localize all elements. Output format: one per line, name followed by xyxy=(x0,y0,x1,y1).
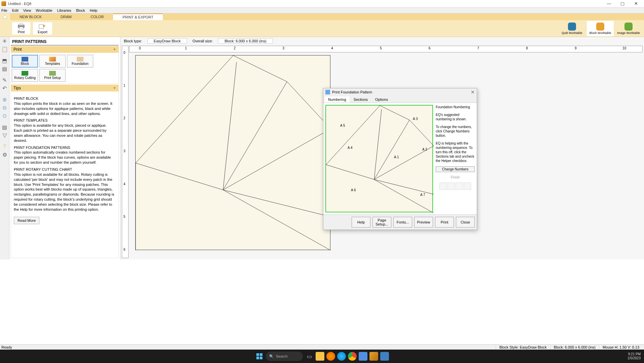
chrome-icon[interactable] xyxy=(348,352,357,361)
tips-section-header[interactable]: Tips ▼ xyxy=(11,85,119,91)
svg-line-10 xyxy=(223,129,331,190)
add-strip-icon[interactable]: ▤ xyxy=(1,65,8,72)
ruler-icon[interactable]: ▤ xyxy=(1,124,8,130)
dialog-print-button[interactable]: Print xyxy=(435,217,454,228)
home-tab[interactable] xyxy=(0,13,10,20)
minimize-button[interactable]: — xyxy=(602,0,616,7)
eq8-icon[interactable] xyxy=(369,352,378,361)
status-style: Block Style: EasyDraw Block xyxy=(496,345,550,349)
ribbon-print-button[interactable]: Print xyxy=(12,22,30,35)
add-layer-icon[interactable]: ⬒ xyxy=(1,57,8,64)
zoom-out-icon[interactable] xyxy=(448,183,455,190)
apps-icon[interactable] xyxy=(359,352,367,361)
tab-draw[interactable]: DRAW xyxy=(51,13,81,20)
tip-text: This option is not available for all blo… xyxy=(14,172,116,212)
pencil-icon[interactable]: ✎ xyxy=(1,77,8,83)
help-icon[interactable]: ? xyxy=(1,143,8,150)
ribbon-export-button[interactable]: Export xyxy=(33,22,52,35)
menu-bar: File Edit View Worktable Libraries Block… xyxy=(0,7,644,13)
window-title: Untitled - EQ8 xyxy=(8,2,602,6)
maximize-button[interactable]: ▢ xyxy=(616,0,629,7)
svg-line-4 xyxy=(136,55,233,163)
print-setup-button[interactable]: Print Setup xyxy=(39,69,66,82)
dialog-tabs: Numbering Sections Options xyxy=(323,96,477,103)
status-mouse: Mouse H: 1.50 V: 0.13 xyxy=(599,345,643,349)
zoom-in-icon[interactable] xyxy=(439,183,447,190)
dialog-tab-numbering[interactable]: Numbering xyxy=(325,96,350,103)
svg-rect-25 xyxy=(256,357,259,359)
undo-icon[interactable]: ↶ xyxy=(1,85,8,91)
print-rotary-button[interactable]: Rotary Cutting xyxy=(12,69,38,82)
dialog-close-button[interactable]: Close xyxy=(456,217,475,228)
block-type-label: Block type: xyxy=(124,39,142,43)
block-type-value[interactable]: EasyDraw Block xyxy=(147,38,187,44)
menu-view[interactable]: View xyxy=(23,8,31,12)
taskbar-clock[interactable]: 9:21 PM 1/5/2023 xyxy=(628,352,641,360)
measure-icon[interactable]: ▽ xyxy=(1,132,8,138)
rotary-icon xyxy=(22,71,28,76)
dialog-tab-sections[interactable]: Sections xyxy=(350,96,371,103)
dialog-footer: Help Page Setup... Fonts... Preview Prin… xyxy=(323,214,477,230)
svg-line-14 xyxy=(326,106,380,165)
print-section-header[interactable]: Print ▼ xyxy=(11,46,119,53)
change-numbers-button[interactable]: Change Numbers xyxy=(436,166,475,172)
app-icon[interactable] xyxy=(380,352,389,361)
image-worktable-button[interactable]: Image Worktable xyxy=(615,21,642,36)
dialog-close-button[interactable]: ✕ xyxy=(471,89,475,95)
dialog-preview[interactable]: A 1 A 2 A 3 A 4 A 5 A 6 A 7 xyxy=(325,105,433,212)
start-button[interactable] xyxy=(255,352,264,361)
task-view-icon[interactable]: ▭ xyxy=(305,352,314,361)
tab-color[interactable]: COLOR xyxy=(81,13,113,20)
dialog-tab-options[interactable]: Options xyxy=(372,96,391,103)
segment-label: A 2 xyxy=(422,148,427,151)
gear-icon[interactable]: ⚙ xyxy=(1,151,8,158)
svg-line-21 xyxy=(374,179,434,194)
close-button[interactable]: ✕ xyxy=(629,0,643,7)
tab-print-export[interactable]: PRINT & EXPORT xyxy=(113,13,163,20)
segment-label: A 6 xyxy=(351,188,356,192)
menu-block[interactable]: Block xyxy=(76,8,85,12)
menu-file[interactable]: File xyxy=(1,8,7,12)
block-canvas[interactable] xyxy=(135,55,330,250)
print-foundation-button[interactable]: Foundation xyxy=(67,55,93,68)
side-text: EQ's suggested numbering is shown. xyxy=(436,113,475,121)
svg-rect-2 xyxy=(19,27,23,29)
zoom-out-icon[interactable]: ⊖ xyxy=(1,104,8,111)
print-block-button[interactable]: Block xyxy=(12,55,38,68)
menu-worktable[interactable]: Worktable xyxy=(36,8,52,12)
export-icon xyxy=(38,23,47,30)
file-explorer-icon[interactable] xyxy=(316,352,324,361)
dialog-page-setup-button[interactable]: Page Setup... xyxy=(372,217,391,228)
taskbar-search[interactable]: 🔍 Search xyxy=(266,352,303,361)
svg-rect-26 xyxy=(260,357,262,359)
menu-libraries[interactable]: Libraries xyxy=(57,8,71,12)
zoom-in-icon[interactable]: ⊕ xyxy=(1,96,8,103)
dialog-preview-button[interactable]: Preview xyxy=(414,217,433,228)
new-icon[interactable]: ✳ xyxy=(1,38,8,44)
read-more-button[interactable]: Read More xyxy=(14,217,39,225)
dialog-icon xyxy=(325,90,330,94)
menu-help[interactable]: Help xyxy=(90,8,98,12)
svg-line-11 xyxy=(223,190,331,217)
open-icon[interactable]: 📋 xyxy=(1,46,8,52)
block-worktable-button[interactable]: Block Worktable xyxy=(587,21,614,36)
edge-icon[interactable] xyxy=(337,352,346,361)
menu-edit[interactable]: Edit xyxy=(12,8,19,12)
tip-heading: PRINT ROTARY CUTTING CHART xyxy=(14,167,116,172)
tab-new-block[interactable]: NEW BLOCK xyxy=(10,13,51,20)
chevron-down-icon: ▼ xyxy=(113,48,116,51)
firefox-icon[interactable] xyxy=(326,352,335,361)
grid-icon[interactable] xyxy=(456,183,463,190)
tip-text: This option prints the block in color as… xyxy=(14,101,116,116)
quilt-worktable-button[interactable]: Quilt Worktable xyxy=(559,21,585,36)
overall-size-label: Overall size: xyxy=(192,39,213,43)
blank-icon[interactable] xyxy=(464,183,471,190)
dialog-title-bar[interactable]: Print Foundation Pattern ✕ xyxy=(323,88,477,96)
zoom-fit-icon[interactable]: ⊙ xyxy=(1,112,8,119)
print-templates-button[interactable]: Templates xyxy=(39,55,66,68)
overall-size-value[interactable]: Block: 6.000 x 6.000 (ins) xyxy=(218,38,273,44)
svg-line-12 xyxy=(223,190,331,250)
dialog-help-button[interactable]: Help xyxy=(352,217,370,228)
dialog-fonts-button[interactable]: Fonts... xyxy=(393,217,412,228)
svg-line-17 xyxy=(326,165,374,179)
